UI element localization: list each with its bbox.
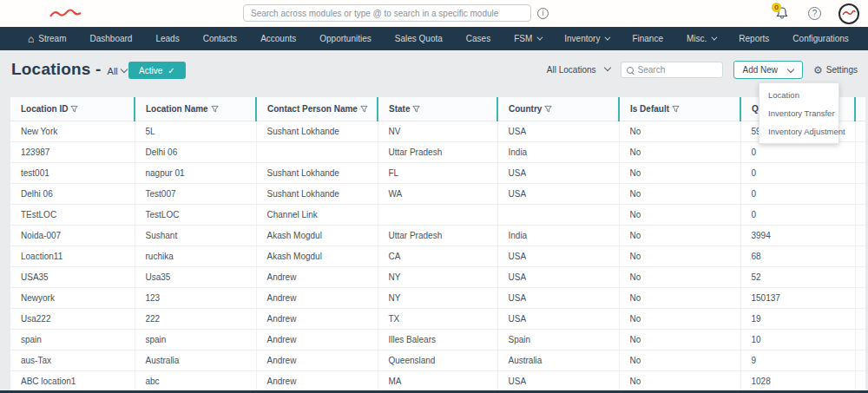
help-button[interactable]: ? [808, 7, 821, 20]
table-cell-partial [855, 370, 865, 391]
nav-item-reports[interactable]: Reports [739, 34, 769, 43]
table-cell: 123 [135, 287, 256, 308]
table-row[interactable]: TEstLOCTestLOCChannel LinkNo0 [10, 204, 865, 225]
table-cell: Australia [497, 350, 619, 370]
table-cell-partial [855, 225, 865, 246]
filter-icon [70, 105, 78, 113]
nav-item-dashboard[interactable]: Dashboard [89, 34, 132, 43]
table-row[interactable]: aus-TaxAustraliaAndrewQueenslandAustrali… [10, 350, 865, 370]
table-cell: Channel Link [256, 204, 378, 225]
col-header-country[interactable]: Country [497, 97, 619, 121]
nav-item-fsm[interactable]: FSM [514, 34, 541, 43]
table-cell: 150137 [740, 287, 855, 308]
locations-table: Location IDLocation NameContact Person N… [10, 97, 865, 392]
table-cell: ABC location1 [10, 370, 135, 391]
menu-item-inventory-transfer[interactable]: Inventory Transfer [760, 104, 838, 122]
table-row[interactable]: USA35Usa35AndrewNYUSANo52 [10, 266, 865, 287]
settings-button[interactable]: ⚙ Settings [813, 64, 858, 76]
notification-badge: 0 [772, 3, 781, 12]
table-cell: 0 [740, 204, 855, 225]
view-filter-dropdown[interactable]: All [108, 66, 127, 76]
table-cell: Loaction11 [10, 246, 135, 266]
nav-item-contacts[interactable]: Contacts [203, 34, 237, 43]
table-cell: Andrew [256, 370, 378, 391]
table-row[interactable]: New York5LSushant LokhandeNVUSANo595 [10, 121, 865, 141]
col-header-contact-person-name[interactable]: Contact Person Name [256, 97, 378, 121]
nav-item-misc[interactable]: Misc. [687, 34, 715, 43]
table-cell: Andrew [256, 350, 378, 370]
nav-item-stream[interactable]: ⌂Stream [28, 33, 66, 45]
topbar: i 0 ? [0, 0, 868, 27]
table-cell: Sushant Lokhande [256, 121, 378, 141]
nav-item-inventory[interactable]: Inventory [564, 34, 608, 43]
notifications-button[interactable]: 0 [775, 6, 791, 22]
col-header-state[interactable]: State [378, 97, 497, 121]
table-cell: Uttar Pradesh [378, 225, 497, 246]
scope-dropdown[interactable]: All Locations [547, 65, 610, 75]
table-cell: 9 [740, 350, 855, 370]
nav-item-leads[interactable]: Leads [155, 34, 179, 43]
table-row[interactable]: Delhi 06Test007Sushant LokhandeWAUSANo0 [10, 183, 865, 204]
table-cell: NV [378, 121, 497, 141]
table-row[interactable]: Newyork123AndrewNYUSANo150137 [10, 287, 865, 308]
table-cell: Sushant [135, 225, 256, 246]
table-cell: Newyork [10, 287, 135, 308]
table-cell: abc [135, 370, 256, 391]
table-cell: Delhi 06 [135, 141, 256, 162]
table-cell: Queensland [378, 350, 497, 370]
table-cell: Test007 [135, 183, 256, 204]
menu-item-inventory-adjustment[interactable]: Inventory Adjustment [760, 122, 838, 141]
table-cell: spain [10, 329, 135, 350]
nav-item-label: Finance [632, 34, 663, 43]
add-new-button[interactable]: Add New [733, 61, 804, 79]
col-header-label: Is Default [630, 104, 669, 114]
table-cell: Noida-007 [10, 225, 135, 246]
nav-item-accounts[interactable]: Accounts [260, 34, 296, 43]
col-header-label: Location Name [146, 104, 208, 114]
nav-item-opportunities[interactable]: Opportunities [319, 34, 371, 43]
table-cell: TestLOC [135, 204, 256, 225]
col-header-location-name[interactable]: Location Name [135, 97, 256, 121]
table-cell-partial [855, 287, 865, 308]
table-cell-partial [855, 183, 865, 204]
info-icon[interactable]: i [537, 8, 549, 19]
table-row[interactable]: 123987Delhi 06Uttar PradeshIndiaNo0 [10, 141, 865, 162]
table-header-row: Location IDLocation NameContact Person N… [10, 97, 865, 121]
page-header: Locations - All Active✓ All Locations Ad… [0, 50, 868, 94]
table-row[interactable]: Noida-007SushantAkash MogdulUttar Prades… [10, 225, 865, 246]
table-row[interactable]: spainspainAndrewIlles BalearsSpainNo10 [10, 329, 865, 350]
table-cell: USA [497, 121, 619, 141]
home-icon: ⌂ [28, 33, 34, 45]
global-search-input[interactable] [243, 4, 531, 22]
nav-item-cases[interactable]: Cases [466, 34, 490, 43]
table-cell: FL [378, 162, 497, 183]
table-cell: USA [497, 370, 619, 391]
table-cell: 5L [135, 121, 256, 141]
user-avatar[interactable] [838, 3, 859, 24]
search-icon [627, 67, 634, 74]
nav-item-label: Reports [739, 34, 769, 43]
table-cell: Usa222 [10, 308, 135, 329]
col-header-partial [855, 97, 865, 121]
chevron-down-icon [605, 35, 611, 41]
table-row[interactable]: ABC location1abcAndrewMAUSANo1028 [10, 370, 865, 391]
nav-item-sales-quota[interactable]: Sales Quota [395, 34, 443, 43]
col-header-is-default[interactable]: Is Default [619, 97, 740, 121]
list-search-input[interactable] [638, 65, 707, 75]
table-cell: No [619, 350, 740, 370]
brand-logo[interactable] [48, 7, 87, 21]
table-row[interactable]: Usa222222AndrewTXUSANo19 [10, 308, 865, 329]
active-filter-button[interactable]: Active✓ [128, 62, 186, 79]
table-cell: Sushant Lokhande [256, 183, 378, 204]
nav-item-label: Leads [155, 34, 179, 43]
nav-item-label: Cases [466, 34, 490, 43]
table-row[interactable]: test001nagpur 01Sushant LokhandeFLUSANo0 [10, 162, 865, 183]
menu-item-location[interactable]: Location [760, 86, 838, 104]
table-row[interactable]: Loaction11ruchikaAkash MogdulCAUSANo68 [10, 246, 865, 266]
filter-icon [211, 105, 219, 113]
table-cell-partial [855, 121, 865, 141]
nav-item-configurations[interactable]: Configurations [792, 34, 848, 43]
nav-item-finance[interactable]: Finance [632, 34, 663, 43]
table-cell: No [619, 121, 740, 141]
col-header-location-id[interactable]: Location ID [10, 97, 135, 121]
